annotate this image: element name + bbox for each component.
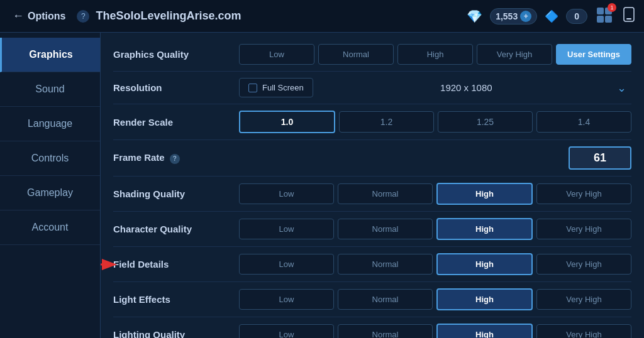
lighting-quality-label: Lighting Quality [113, 329, 239, 338]
main-layout: Graphics Sound Language Controls Gamepla… [0, 33, 644, 338]
content-area: Graphics Quality Low Normal High Very Hi… [101, 33, 644, 338]
render-1-0-button[interactable]: 1.0 [239, 111, 335, 133]
field-details-options: Low Normal High Very High [239, 253, 631, 275]
quality-low-button[interactable]: Low [239, 44, 314, 65]
currency2-box: 0 [566, 9, 587, 24]
help-button[interactable]: ? [77, 10, 89, 23]
light-effects-row: Light Effects Low Normal High Very High [113, 282, 631, 317]
quality-veryhigh-button[interactable]: Very High [477, 44, 552, 65]
svg-rect-3 [605, 16, 612, 23]
shading-quality-options: Low Normal High Very High [239, 183, 631, 205]
sidebar: Graphics Sound Language Controls Gamepla… [0, 33, 101, 338]
frame-rate-help-icon[interactable]: ? [170, 154, 180, 164]
render-scale-label: Render Scale [113, 117, 239, 128]
fullscreen-toggle[interactable]: Full Screen [239, 78, 313, 97]
header: ← Options ? TheSoloLevelingArise.com 💎 1… [0, 0, 644, 33]
char-veryhigh-button[interactable]: Very High [536, 219, 631, 239]
sidebar-item-graphics[interactable]: Graphics [0, 38, 100, 72]
lighting-veryhigh-button[interactable]: Very High [536, 324, 631, 338]
resolution-options: Full Screen 1920 x 1080 ⌄ [239, 78, 631, 97]
currency1-box: 1,553 + [490, 8, 537, 25]
lighting-low-button[interactable]: Low [239, 324, 334, 338]
crystal-icon: 💎 [467, 9, 482, 24]
character-quality-row: Character Quality Low Normal High Very H… [113, 212, 631, 247]
sidebar-item-sound[interactable]: Sound [0, 72, 100, 107]
field-veryhigh-button[interactable]: Very High [536, 254, 631, 275]
character-quality-label: Character Quality [113, 224, 239, 234]
quality-normal-button[interactable]: Normal [318, 44, 394, 65]
graphics-quality-row: Graphics Quality Low Normal High Very Hi… [113, 38, 631, 72]
render-scale-row: Render Scale 1.0 1.2 1.25 1.4 [113, 104, 631, 140]
field-normal-button[interactable]: Normal [338, 254, 433, 275]
field-details-row: Field Details Low Normal High Very High [113, 247, 631, 282]
resolution-value: 1920 x 1080 [325, 82, 608, 93]
currency2-value: 0 [574, 11, 579, 21]
field-details-label: Field Details [113, 259, 239, 270]
currency1-value: 1,553 [496, 11, 518, 21]
sidebar-item-gameplay[interactable]: Gameplay [0, 176, 100, 210]
shading-high-button[interactable]: High [436, 183, 533, 205]
field-low-button[interactable]: Low [239, 254, 334, 275]
light-low-button[interactable]: Low [239, 289, 334, 310]
shading-quality-label: Shading Quality [113, 188, 239, 199]
render-1-4-button[interactable]: 1.4 [536, 111, 631, 133]
light-normal-button[interactable]: Normal [338, 289, 433, 310]
sidebar-item-controls[interactable]: Controls [0, 141, 100, 176]
lighting-high-button[interactable]: High [436, 324, 533, 338]
back-button[interactable]: ← Options [8, 7, 70, 25]
diamond-icon: 🔷 [545, 9, 558, 23]
quality-usersettings-button[interactable]: User Settings [556, 44, 631, 65]
frame-rate-row: Frame Rate ? 61 [113, 140, 631, 177]
char-low-button[interactable]: Low [239, 219, 334, 239]
character-quality-options: Low Normal High Very High [239, 218, 631, 240]
char-high-button[interactable]: High [436, 218, 533, 240]
svg-rect-2 [597, 16, 604, 23]
render-1-25-button[interactable]: 1.25 [438, 111, 533, 133]
shading-normal-button[interactable]: Normal [338, 183, 433, 204]
graphics-settings: Graphics Quality Low Normal High Very Hi… [101, 33, 644, 338]
field-high-button[interactable]: High [436, 253, 533, 275]
graphics-quality-options: Low Normal High Very High User Settings [239, 44, 631, 65]
char-normal-button[interactable]: Normal [338, 219, 433, 239]
render-1-2-button[interactable]: 1.2 [339, 111, 434, 133]
lighting-quality-options: Low Normal High Very High [239, 324, 631, 338]
fullscreen-checkbox[interactable] [248, 84, 257, 92]
currency1-add-button[interactable]: + [520, 11, 531, 22]
lighting-quality-row: Lighting Quality Low Normal High Very Hi… [113, 317, 631, 338]
back-label: Options [28, 11, 65, 22]
question-icon: ? [81, 12, 86, 21]
notification-badge: 1 [608, 3, 616, 12]
quality-high-button[interactable]: High [397, 44, 473, 65]
render-scale-options: 1.0 1.2 1.25 1.4 [239, 111, 631, 133]
header-icons: 💎 1,553 + 🔷 0 1 [467, 6, 636, 27]
header-title: TheSoloLevelingArise.com [96, 9, 460, 23]
sidebar-item-account[interactable]: Account [0, 210, 100, 245]
grid-icon[interactable]: 1 [595, 6, 614, 27]
graphics-quality-label: Graphics Quality [113, 49, 239, 60]
fullscreen-label: Full Screen [262, 83, 304, 92]
shading-veryhigh-button[interactable]: Very High [536, 183, 631, 204]
frame-rate-input[interactable]: 61 [569, 146, 631, 170]
lighting-normal-button[interactable]: Normal [338, 324, 433, 338]
light-veryhigh-button[interactable]: Very High [536, 289, 631, 310]
svg-rect-0 [597, 8, 604, 14]
light-high-button[interactable]: High [436, 288, 533, 310]
shading-quality-row: Shading Quality Low Normal High Very Hig… [113, 177, 631, 212]
resolution-label: Resolution [113, 82, 239, 93]
shading-low-button[interactable]: Low [239, 183, 334, 204]
frame-rate-options: 61 [239, 146, 631, 170]
resolution-dropdown-button[interactable]: ⌄ [612, 79, 631, 97]
phone-icon[interactable] [621, 7, 636, 26]
resolution-row: Resolution Full Screen 1920 x 1080 ⌄ [113, 72, 631, 104]
light-effects-label: Light Effects [113, 294, 239, 305]
svg-rect-5 [626, 18, 631, 19]
light-effects-options: Low Normal High Very High [239, 288, 631, 310]
sidebar-item-language[interactable]: Language [0, 107, 100, 141]
frame-rate-label: Frame Rate ? [113, 152, 239, 164]
back-arrow-icon: ← [13, 9, 24, 23]
